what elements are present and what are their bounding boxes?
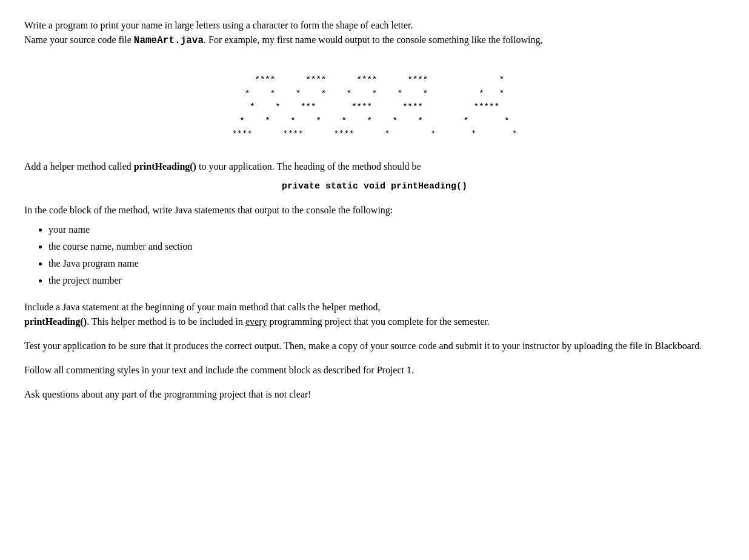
name-art-display: **** **** **** **** * * * * * * * * * * … bbox=[24, 60, 725, 141]
include-text4: programming project that you complete fo… bbox=[267, 316, 490, 327]
helper-text2: to your application. The heading of the … bbox=[196, 161, 421, 172]
intro-text2: Name your source code file bbox=[24, 35, 134, 45]
list-item: the course name, number and section bbox=[48, 239, 725, 254]
bullet-list: your name the course name, number and se… bbox=[48, 222, 725, 288]
test-paragraph: Test your application to be sure that it… bbox=[24, 339, 725, 353]
include-every: every bbox=[245, 316, 267, 327]
include-method-name: printHeading() bbox=[24, 316, 87, 327]
helper-paragraph: Add a helper method called printHeading(… bbox=[24, 159, 725, 174]
art-line5: **** **** **** * * * * bbox=[232, 130, 517, 139]
ask-paragraph: Ask questions about any part of the prog… bbox=[24, 387, 725, 402]
art-line2: * * * * * * * * * * bbox=[245, 89, 504, 99]
list-item: your name bbox=[48, 222, 725, 237]
art-line3: * * *** **** **** ***** bbox=[250, 102, 499, 112]
helper-method-name: printHeading() bbox=[134, 161, 196, 172]
include-paragraph: Include a Java statement at the beginnin… bbox=[24, 300, 725, 329]
in-the-code-paragraph: In the code block of the method, write J… bbox=[24, 203, 725, 218]
helper-text1: Add a helper method called bbox=[24, 161, 134, 172]
method-signature-display: private static void printHeading() bbox=[24, 180, 725, 194]
filename: NameArt.java bbox=[134, 35, 204, 46]
intro-text1: Write a program to print your name in la… bbox=[24, 20, 413, 30]
list-item: the project number bbox=[48, 273, 725, 288]
include-text3: . This helper method is to be included i… bbox=[87, 316, 245, 327]
intro-text3: . For example, my first name would outpu… bbox=[204, 35, 542, 45]
follow-paragraph: Follow all commenting styles in your tex… bbox=[24, 363, 725, 378]
include-text1: Include a Java statement at the beginnin… bbox=[24, 302, 380, 312]
art-line4: * * * * * * * * * * bbox=[239, 116, 509, 126]
list-item: the Java program name bbox=[48, 256, 725, 271]
art-line1: **** **** **** **** * bbox=[255, 75, 505, 85]
intro-paragraph: Write a program to print your name in la… bbox=[24, 18, 725, 48]
